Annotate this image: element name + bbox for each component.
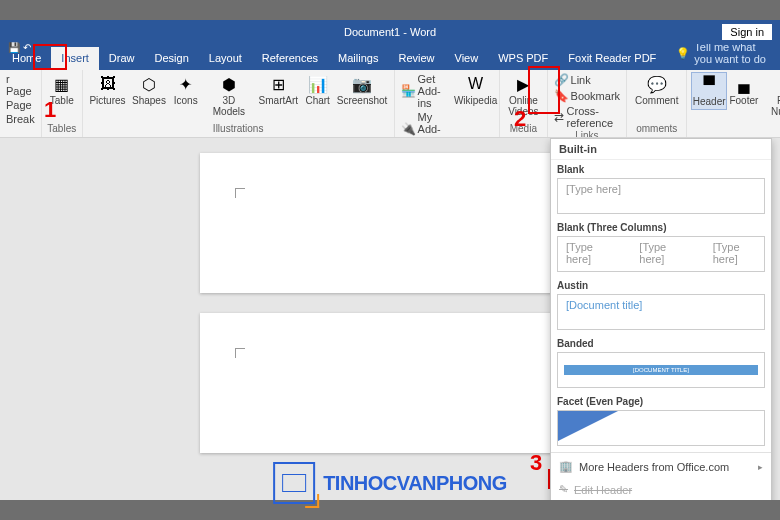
title-bar: Document1 - Word Sign in [0, 20, 780, 44]
comment-button[interactable]: 💬Comment [631, 72, 682, 108]
group-addins: 🏪Get Add-ins 🔌My Add-ins WWikipedia Add-… [395, 70, 501, 137]
watermark-text: TINHOCVANPHONG [323, 472, 507, 495]
pictures-button[interactable]: 🖼Pictures [87, 72, 129, 108]
group-comments: 💬Comment omments [627, 70, 687, 137]
group-pages: r Page Page Break [0, 70, 42, 137]
group-illustrations: 🖼Pictures ⬡Shapes ✦Icons ⬢3D Models ⊞Sma… [83, 70, 395, 137]
wikipedia-button[interactable]: WWikipedia [456, 72, 495, 108]
tab-references[interactable]: References [252, 47, 328, 70]
tab-view[interactable]: View [445, 47, 489, 70]
bulb-icon: 💡 [676, 47, 690, 60]
addins-icon: 🔌 [401, 122, 415, 136]
cube-icon: ⬢ [219, 74, 239, 94]
footer-icon: ▄ [734, 74, 754, 94]
screenshot-icon: 📷 [352, 74, 372, 94]
header-option-banded[interactable]: Banded [DOCUMENT TITLE] [551, 334, 771, 392]
annotation-1: 1 [44, 97, 56, 123]
annotation-2: 2 [514, 106, 526, 132]
crossref-button[interactable]: ⇄Cross-reference [552, 104, 623, 130]
blank-page[interactable]: Page [4, 98, 34, 112]
chevron-right-icon: ▸ [758, 462, 763, 472]
edit-header[interactable]: ✎Edit Header [551, 478, 771, 500]
store-icon: 🏪 [401, 84, 415, 98]
watermark-logo [273, 462, 315, 504]
chart-icon: 📊 [308, 74, 328, 94]
ribbon: r Page Page Break ▦Table Tables 🖼Picture… [0, 70, 780, 138]
watermark: TINHOCVANPHONG [273, 462, 507, 504]
ribbon-tabs: Home Insert Draw Design Layout Reference… [0, 44, 780, 70]
dropdown-section-title: Built-in [551, 139, 771, 160]
icons-button[interactable]: ✦Icons [170, 72, 202, 108]
tab-draw[interactable]: Draw [99, 47, 145, 70]
more-headers[interactable]: 🏢More Headers from Office.com▸ [551, 455, 771, 478]
save-icon[interactable]: 💾 [8, 42, 20, 53]
header-option-facet[interactable]: Facet (Even Page) [551, 392, 771, 450]
tab-review[interactable]: Review [388, 47, 444, 70]
page-1[interactable] [200, 153, 580, 293]
signin-button[interactable]: Sign in [722, 24, 772, 40]
chart-button[interactable]: 📊Chart [302, 72, 334, 108]
smartart-icon: ⊞ [268, 74, 288, 94]
undo-icon[interactable]: ↶ [23, 42, 31, 53]
doc-title: Document1 - Word [344, 26, 436, 38]
tab-foxit[interactable]: Foxit Reader PDF [558, 47, 666, 70]
cover-page[interactable]: r Page [4, 72, 37, 98]
my-addins[interactable]: 🔌My Add-ins [399, 110, 455, 138]
comment-icon: 💬 [647, 74, 667, 94]
pagenumber-button[interactable]: #Page Number [761, 72, 780, 119]
shapes-icon: ⬡ [139, 74, 159, 94]
screenshot-button[interactable]: 📷Screenshot [335, 72, 390, 108]
table-icon: ▦ [52, 74, 72, 94]
page-break[interactable]: Break [4, 112, 37, 126]
3dmodels-button[interactable]: ⬢3D Models [203, 72, 255, 119]
header-icon: ▀ [699, 75, 719, 95]
edit-icon: ✎ [559, 483, 568, 496]
header-option-blank[interactable]: Blank [Type here] [551, 160, 771, 218]
icons-icon: ✦ [176, 74, 196, 94]
tab-design[interactable]: Design [145, 47, 199, 70]
annotation-box-1 [33, 44, 67, 70]
tab-mailings[interactable]: Mailings [328, 47, 388, 70]
quick-access: 💾 ↶ [8, 42, 31, 53]
office-icon: 🏢 [559, 460, 573, 473]
group-headerfooter: ▀Header ▄Footer #Page Number [687, 70, 780, 137]
workspace: Built-in Blank [Type here] Blank (Three … [0, 138, 780, 500]
smartart-button[interactable]: ⊞SmartArt [256, 72, 301, 108]
get-addins[interactable]: 🏪Get Add-ins [399, 72, 455, 110]
shapes-button[interactable]: ⬡Shapes [129, 72, 168, 108]
pictures-icon: 🖼 [98, 74, 118, 94]
header-button[interactable]: ▀Header [691, 72, 726, 110]
wikipedia-icon: W [466, 74, 486, 94]
tab-layout[interactable]: Layout [199, 47, 252, 70]
bookmark-button[interactable]: 🔖Bookmark [552, 88, 623, 104]
annotation-3: 3 [530, 450, 542, 476]
footer-button[interactable]: ▄Footer [728, 72, 760, 108]
header-dropdown: Built-in Blank [Type here] Blank (Three … [550, 138, 772, 500]
header-option-austin[interactable]: Austin [Document title] [551, 276, 771, 334]
header-option-three-columns[interactable]: Blank (Three Columns) [Type here][Type h… [551, 218, 771, 276]
annotation-box-2 [528, 66, 560, 114]
page-2[interactable] [200, 313, 580, 453]
